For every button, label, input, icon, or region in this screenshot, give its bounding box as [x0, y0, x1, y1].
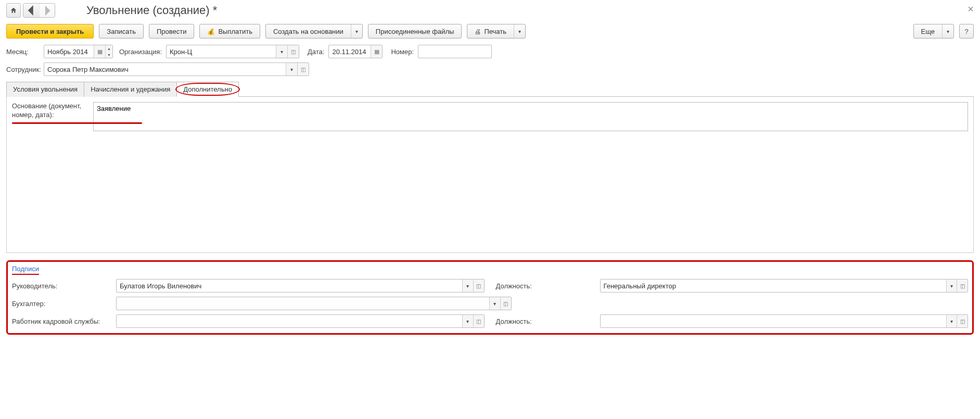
tabs: Условия увольнения Начисления и удержани…: [6, 81, 974, 97]
acc-dropdown[interactable]: ▾: [489, 297, 500, 310]
reason-input[interactable]: [93, 102, 968, 131]
reason-label: Основание (документ, номер, дата):: [12, 102, 90, 120]
month-label: Месяц:: [6, 48, 40, 56]
create-based-on-button: Создать на основании: [265, 24, 363, 39]
help-button[interactable]: ?: [959, 24, 974, 39]
org-input[interactable]: [167, 45, 276, 58]
month-input[interactable]: [44, 45, 94, 58]
org-label: Организация:: [119, 48, 162, 56]
post-button[interactable]: Провести: [149, 24, 195, 39]
more-main[interactable]: Еще: [914, 24, 942, 38]
spinner-down[interactable]: ▼: [105, 52, 112, 58]
form-row-1: Месяц: ▲ ▼ Организация: ▾ Дата: Номер:: [6, 45, 974, 58]
org-input-group: ▾: [166, 45, 299, 58]
acc-input[interactable]: [117, 297, 489, 310]
head-pos-label: Должность:: [496, 282, 595, 290]
acc-label: Бухгалтер:: [12, 300, 111, 308]
tab-conditions[interactable]: Условия увольнения: [6, 82, 84, 97]
signatures-title[interactable]: Подписи: [12, 265, 968, 275]
head-dropdown[interactable]: ▾: [462, 280, 473, 292]
nav-back-forward: [23, 3, 55, 18]
head-input-group: ▾: [116, 279, 485, 293]
head-pos-input[interactable]: [601, 280, 946, 292]
create-based-main[interactable]: Создать на основании: [266, 24, 351, 38]
page-title: Увольнение (создание) *: [86, 4, 217, 17]
hr-pos-input[interactable]: [601, 315, 946, 327]
number-input[interactable]: [418, 45, 491, 58]
header-row: Увольнение (создание) * ×: [6, 3, 974, 18]
hr-input[interactable]: [117, 315, 462, 327]
sign-row-head: Руководитель: ▾ Должность: ▾: [12, 279, 968, 293]
printer-icon: [475, 28, 481, 35]
close-icon[interactable]: ×: [968, 3, 974, 15]
sign-row-hr: Работник кадровой службы: ▾ Должность: ▾: [12, 314, 968, 328]
number-input-group: [418, 45, 492, 58]
date-calendar-icon[interactable]: [371, 45, 382, 58]
hr-pos-dropdown[interactable]: ▾: [946, 315, 957, 327]
employee-input[interactable]: [44, 63, 286, 75]
attached-files-button[interactable]: Присоединенные файлы: [368, 24, 462, 39]
date-label: Дата:: [308, 48, 324, 56]
month-calendar-icon[interactable]: [94, 45, 105, 58]
spinner-up[interactable]: ▲: [105, 45, 112, 52]
tab-accruals[interactable]: Начисления и удержания: [84, 82, 177, 97]
employee-label: Сотрудник:: [6, 66, 40, 73]
head-label: Руководитель:: [12, 282, 111, 290]
date-input[interactable]: [329, 45, 371, 58]
create-based-drop[interactable]: [351, 24, 362, 38]
org-open-icon[interactable]: [287, 45, 299, 58]
acc-open-icon[interactable]: [500, 297, 511, 310]
signatures-section: Подписи Руководитель: ▾ Должность: ▾ Бух…: [6, 260, 974, 335]
hr-dropdown[interactable]: ▾: [462, 315, 473, 327]
head-pos-open-icon[interactable]: [957, 280, 968, 292]
employee-open-icon[interactable]: [297, 63, 309, 75]
date-input-group: [328, 45, 383, 58]
forward-button[interactable]: [39, 4, 55, 17]
head-pos-dropdown[interactable]: ▾: [946, 280, 957, 292]
number-label: Номер:: [391, 48, 414, 56]
head-open-icon[interactable]: [473, 280, 484, 292]
reason-row: Основание (документ, номер, дата):: [12, 102, 968, 131]
hr-open-icon[interactable]: [473, 315, 484, 327]
tab-body-additional: Основание (документ, номер, дата):: [6, 97, 974, 253]
more-drop[interactable]: [942, 24, 953, 38]
back-button[interactable]: [23, 4, 39, 17]
head-pos-input-group: ▾: [600, 279, 969, 293]
print-main[interactable]: Печать: [467, 24, 514, 38]
month-input-group: ▲ ▼: [44, 45, 113, 58]
employee-dropdown[interactable]: ▾: [286, 63, 297, 75]
home-button[interactable]: [6, 3, 21, 18]
money-icon: [207, 28, 215, 35]
employee-input-group: ▾: [44, 62, 309, 76]
hr-pos-open-icon[interactable]: [957, 315, 968, 327]
save-button[interactable]: Записать: [99, 24, 144, 39]
month-spinner: ▲ ▼: [105, 45, 112, 58]
post-and-close-button[interactable]: Провести и закрыть: [6, 24, 94, 39]
sign-row-acc: Бухгалтер: ▾: [12, 297, 968, 310]
org-dropdown[interactable]: ▾: [276, 45, 287, 58]
more-button: Еще: [913, 24, 954, 39]
form-row-2: Сотрудник: ▾: [6, 62, 974, 76]
print-drop[interactable]: [514, 24, 525, 38]
acc-input-group: ▾: [116, 297, 512, 310]
head-input[interactable]: [117, 280, 462, 292]
print-button: Печать: [467, 24, 526, 39]
hr-input-group: ▾: [116, 314, 485, 328]
toolbar: Провести и закрыть Записать Провести Вып…: [6, 24, 974, 39]
pay-button[interactable]: Выплатить: [199, 24, 260, 39]
hr-label: Работник кадровой службы:: [12, 318, 111, 325]
hr-pos-label: Должность:: [496, 318, 595, 325]
hr-pos-input-group: ▾: [600, 314, 969, 328]
pay-label: Выплатить: [218, 28, 252, 35]
tab-additional[interactable]: Дополнительно: [176, 82, 239, 97]
